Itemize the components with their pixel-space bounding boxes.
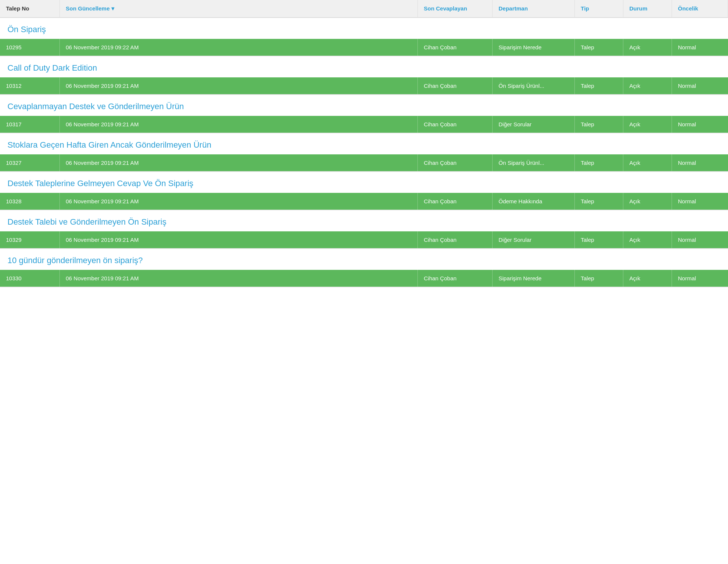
cell-talep_no: 10328 — [0, 193, 60, 210]
group-section: 10 gündür gönderilmeyen ön sipariş?10330… — [0, 249, 728, 287]
cell-tip: Talep — [575, 154, 623, 171]
table-row[interactable]: 1033006 November 2019 09:21 AMCihan Çoba… — [0, 270, 728, 287]
cell-departman: Diğer Sorular — [493, 116, 575, 133]
cell-son_cevaplayan: Cihan Çoban — [418, 116, 493, 133]
cell-son_guncelleme: 06 November 2019 09:21 AM — [60, 193, 418, 210]
group-title-row: Stoklara Geçen Hafta Giren Ancak Gönderi… — [0, 133, 728, 154]
cell-oncelik: Normal — [672, 77, 728, 94]
cell-son_cevaplayan: Cihan Çoban — [418, 270, 493, 287]
cell-durum: Açık — [623, 193, 672, 210]
group-section: Destek Talebi ve Gönderilmeyen Ön Sipari… — [0, 210, 728, 249]
group-title[interactable]: Stoklara Geçen Hafta Giren Ancak Gönderi… — [7, 140, 211, 150]
cell-departman: Ön Sipariş Ürünl... — [493, 77, 575, 94]
group-title[interactable]: Destek Taleplerine Gelmeyen Cevap Ve Ön … — [7, 179, 193, 188]
cell-departman: Diğer Sorular — [493, 231, 575, 248]
cell-tip: Talep — [575, 270, 623, 287]
cell-son_cevaplayan: Cihan Çoban — [418, 39, 493, 56]
cell-son_guncelleme: 06 November 2019 09:21 AM — [60, 77, 418, 94]
cell-talep_no: 10295 — [0, 39, 60, 56]
cell-tip: Talep — [575, 116, 623, 133]
cell-departman: Ön Sipariş Ürünl... — [493, 154, 575, 171]
cell-son_guncelleme: 06 November 2019 09:21 AM — [60, 231, 418, 248]
group-title-row: Destek Talebi ve Gönderilmeyen Ön Sipari… — [0, 210, 728, 231]
cell-oncelik: Normal — [672, 270, 728, 287]
header-cell-oncelik: Öncelik — [672, 0, 728, 17]
group-section: Call of Duty Dark Edition1031206 Novembe… — [0, 56, 728, 95]
cell-departman: Siparişim Nerede — [493, 270, 575, 287]
group-section: Stoklara Geçen Hafta Giren Ancak Gönderi… — [0, 133, 728, 172]
cell-son_guncelleme: 06 November 2019 09:21 AM — [60, 116, 418, 133]
cell-oncelik: Normal — [672, 231, 728, 248]
header-cell-tip: Tip — [575, 0, 623, 17]
group-title[interactable]: Call of Duty Dark Edition — [7, 63, 97, 73]
cell-son_cevaplayan: Cihan Çoban — [418, 77, 493, 94]
cell-talep_no: 10312 — [0, 77, 60, 94]
group-section: Destek Taleplerine Gelmeyen Cevap Ve Ön … — [0, 172, 728, 210]
header-cell-durum: Durum — [623, 0, 672, 17]
table-row[interactable]: 1031206 November 2019 09:21 AMCihan Çoba… — [0, 77, 728, 94]
cell-son_cevaplayan: Cihan Çoban — [418, 154, 493, 171]
header-cell-son_guncelleme[interactable]: Son Güncelleme ▾ — [60, 0, 418, 17]
group-title-row: 10 gündür gönderilmeyen ön sipariş? — [0, 249, 728, 270]
header-cell-talep_no: Talep No — [0, 0, 60, 17]
group-title-row: Cevaplanmayan Destek ve Gönderilmeyen Ür… — [0, 95, 728, 116]
group-title[interactable]: 10 gündür gönderilmeyen ön sipariş? — [7, 256, 143, 265]
cell-departman: Ödeme Hakkında — [493, 193, 575, 210]
table-row[interactable]: 1029506 November 2019 09:22 AMCihan Çoba… — [0, 39, 728, 56]
cell-tip: Talep — [575, 193, 623, 210]
cell-departman: Siparişim Nerede — [493, 39, 575, 56]
group-title-row: Call of Duty Dark Edition — [0, 56, 728, 77]
group-title-row: Ön Sipariş — [0, 18, 728, 39]
header-cell-son_cevaplayan: Son Cevaplayan — [418, 0, 493, 17]
cell-oncelik: Normal — [672, 193, 728, 210]
group-section: Cevaplanmayan Destek ve Gönderilmeyen Ür… — [0, 95, 728, 133]
cell-son_guncelleme: 06 November 2019 09:21 AM — [60, 154, 418, 171]
cell-durum: Açık — [623, 39, 672, 56]
cell-durum: Açık — [623, 154, 672, 171]
group-title[interactable]: Destek Talebi ve Gönderilmeyen Ön Sipari… — [7, 217, 166, 226]
cell-durum: Açık — [623, 231, 672, 248]
cell-tip: Talep — [575, 231, 623, 248]
header-cell-departman: Departman — [493, 0, 575, 17]
table-row[interactable]: 1032906 November 2019 09:21 AMCihan Çoba… — [0, 231, 728, 248]
cell-tip: Talep — [575, 39, 623, 56]
cell-talep_no: 10330 — [0, 270, 60, 287]
cell-durum: Açık — [623, 270, 672, 287]
group-title-row: Destek Taleplerine Gelmeyen Cevap Ve Ön … — [0, 172, 728, 193]
cell-talep_no: 10317 — [0, 116, 60, 133]
cell-son_cevaplayan: Cihan Çoban — [418, 193, 493, 210]
cell-son_guncelleme: 06 November 2019 09:22 AM — [60, 39, 418, 56]
group-section: Ön Sipariş1029506 November 2019 09:22 AM… — [0, 18, 728, 56]
table-header: Talep NoSon Güncelleme ▾Son CevaplayanDe… — [0, 0, 728, 18]
cell-oncelik: Normal — [672, 116, 728, 133]
cell-son_guncelleme: 06 November 2019 09:21 AM — [60, 270, 418, 287]
cell-oncelik: Normal — [672, 39, 728, 56]
group-title[interactable]: Ön Sipariş — [7, 25, 46, 34]
table-row[interactable]: 1031706 November 2019 09:21 AMCihan Çoba… — [0, 116, 728, 133]
table-row[interactable]: 1032706 November 2019 09:21 AMCihan Çoba… — [0, 154, 728, 171]
cell-talep_no: 10327 — [0, 154, 60, 171]
table-container: Talep NoSon Güncelleme ▾Son CevaplayanDe… — [0, 0, 728, 287]
cell-tip: Talep — [575, 77, 623, 94]
cell-durum: Açık — [623, 116, 672, 133]
cell-son_cevaplayan: Cihan Çoban — [418, 231, 493, 248]
cell-durum: Açık — [623, 77, 672, 94]
group-title[interactable]: Cevaplanmayan Destek ve Gönderilmeyen Ür… — [7, 102, 184, 111]
cell-oncelik: Normal — [672, 154, 728, 171]
cell-talep_no: 10329 — [0, 231, 60, 248]
table-row[interactable]: 1032806 November 2019 09:21 AMCihan Çoba… — [0, 193, 728, 210]
